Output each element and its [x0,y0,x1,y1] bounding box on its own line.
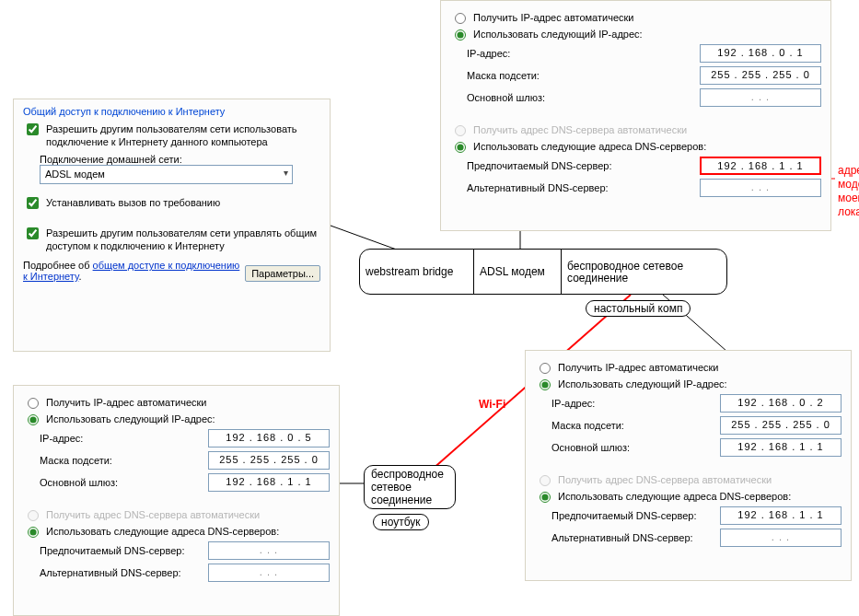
radio-manual-dns[interactable]: Использовать следующие адреса DNS-сервер… [23,524,330,538]
radio-manual-dns[interactable]: Использовать следующие адреса DNS-сервер… [450,139,821,153]
chk-manage-label: Разрешить другим пользователям сети упра… [46,227,320,252]
gw-field[interactable]: 192 . 168 . 1 . 1 [720,438,842,457]
sharing-title: Общий доступ к подключению к Интернету [23,106,320,117]
desktop-bar: webstream bridge ADSL модем беспроводное… [359,249,727,295]
mask-label: Маска подсети: [467,70,540,81]
dns1-field[interactable]: 192 . 168 . 1 . 1 [720,506,842,525]
radio-manual-dns[interactable]: Использовать следующие адреса DNS-сервер… [535,489,842,503]
sharing-panel: Общий доступ к подключению к Интернету Р… [13,99,331,352]
radio-auto-dns: Получить адрес DNS-сервера автоматически [23,507,330,521]
chk-manage[interactable] [27,227,39,239]
gw-field[interactable]: . . . [700,88,821,107]
chk-dial[interactable] [27,197,39,209]
radio-auto-ip[interactable]: Получить IP-адрес автоматически [535,360,842,374]
radio-auto-dns: Получить адрес DNS-сервера автоматически [450,122,821,136]
ip-panel-desktop-wireless: Получить IP-адрес автоматически Использо… [525,350,852,581]
laptop-label: ноутбук [373,514,429,530]
cell-adsl: ADSL модем [474,250,562,294]
radio-manual-ip[interactable]: Использовать следующий IP-адрес: [450,27,821,41]
radio-auto-dns: Получить адрес DNS-сервера автоматически [535,472,842,486]
dns1-field[interactable]: . . . [208,541,330,560]
home-net-label: Подключение домашней сети: [40,154,320,165]
home-net-value: ADSL модем [45,169,105,180]
cell-wireless: беспроводное сетевое соединение [562,250,728,294]
mask-field[interactable]: 255 . 255 . 255 . 0 [700,66,821,85]
dns1-field[interactable]: 192 . 168 . 1 . 1 [700,157,821,175]
dns2-label: Альтернативный DNS-сервер: [467,182,609,193]
chk-allow-row[interactable]: Разрешить другим пользователям сети испо… [23,122,320,148]
gw-label: Основной шлюз: [467,92,545,103]
ip-field[interactable]: 192 . 168 . 0 . 1 [700,44,821,63]
dns2-field[interactable]: . . . [208,564,330,582]
ip-label: IP-адрес: [467,48,510,59]
chk-dial-row[interactable]: Устанавливать вызов по требованию [23,196,320,212]
params-button[interactable]: Параметры... [245,265,320,282]
dns1-label: Предпочитаемый DNS-сервер: [467,160,611,171]
laptop-wireless-box: беспроводное сетевое соединение [364,465,456,509]
wifi-label: Wi-Fi [479,398,505,412]
radio-auto-ip[interactable]: Получить IP-адрес автоматически [450,10,821,24]
dns2-field[interactable]: . . . [700,179,821,197]
chk-allow[interactable] [27,123,39,135]
gw-field[interactable]: 192 . 168 . 1 . 1 [208,473,330,492]
mask-field[interactable]: 255 . 255 . 255 . 0 [720,416,842,435]
chk-manage-row[interactable]: Разрешить другим пользователям сети упра… [23,227,320,252]
radio-manual-ip[interactable]: Использовать следующий IP-адрес: [23,412,330,425]
ip-field[interactable]: 192 . 168 . 0 . 5 [208,429,330,447]
dns2-field[interactable]: . . . [720,529,842,547]
ip-panel-laptop: Получить IP-адрес автоматически Использо… [13,385,340,616]
ip-panel-desktop-adsl: Получить IP-адрес автоматически Использо… [440,0,831,231]
cell-webstream: webstream bridge [360,250,474,294]
radio-auto-ip[interactable]: Получить IP-адрес автоматически [23,395,330,409]
desktop-label: настольный комп [586,300,691,317]
chk-allow-label: Разрешить другим пользователям сети испо… [46,122,320,148]
chk-dial-label: Устанавливать вызов по требованию [46,196,220,209]
ip-field[interactable]: 192 . 168 . 0 . 2 [720,394,842,413]
red-annotation: адрес модема в моей локалке [838,164,859,219]
radio-manual-ip[interactable]: Использовать следующий IP-адрес: [535,377,842,390]
mask-field[interactable]: 255 . 255 . 255 . 0 [208,451,330,470]
more-info: Подробнее об общем доступе к подключению… [23,260,245,282]
home-net-select[interactable]: ADSL модем [40,165,293,184]
